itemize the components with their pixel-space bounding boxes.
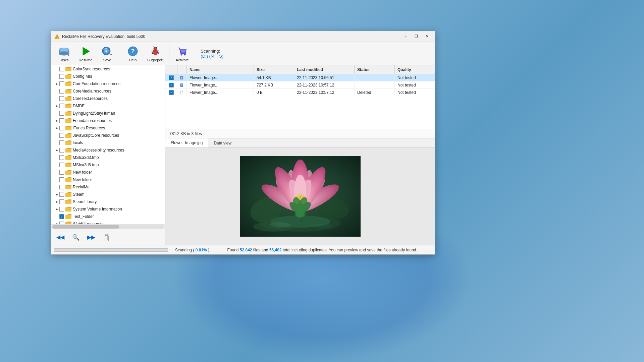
- col-header-modified[interactable]: Last modified: [294, 65, 355, 74]
- tree-checkbox[interactable]: [59, 133, 64, 138]
- tree-item[interactable]: ▶ SteamLibrary: [51, 198, 165, 205]
- tree-expand[interactable]: ▶: [54, 118, 59, 123]
- tree-expand[interactable]: ▶: [54, 81, 59, 86]
- tree-item-label: ColorSync.resources: [73, 67, 110, 71]
- svg-marker-12: [110, 54, 112, 55]
- tree-checkbox[interactable]: [59, 111, 64, 116]
- tab-image[interactable]: Flower_Image.jpg: [165, 138, 208, 147]
- summary-text: 781.2 KB in 3 files: [169, 131, 202, 136]
- tree-item[interactable]: CoreMedia.resources: [51, 87, 165, 95]
- tree-expand[interactable]: ▶: [54, 221, 59, 224]
- tree-expand[interactable]: ▶: [54, 199, 59, 204]
- col-header-quality[interactable]: Quality: [395, 65, 435, 74]
- tree-checkbox-checked[interactable]: ✓: [59, 214, 64, 219]
- tree-item[interactable]: JavaScriptCore.resources: [51, 132, 165, 139]
- tree-expand[interactable]: ▶: [54, 103, 59, 109]
- tree-checkbox[interactable]: [59, 89, 64, 94]
- file-table-row[interactable]: ✓ Flower_Image.... 54.1 KB: [165, 74, 435, 81]
- checkbox-checked[interactable]: ✓: [169, 83, 174, 87]
- tree-item-label: CoreMedia.resources: [73, 89, 111, 94]
- tree-item[interactable]: ▶ System Volume Information: [51, 205, 165, 213]
- tree-checkbox[interactable]: [59, 222, 64, 224]
- tree-item[interactable]: ▶ Steam: [51, 191, 165, 198]
- tree-item[interactable]: ▶ WebKit.resources: [51, 220, 165, 224]
- tree-expand[interactable]: ▶: [54, 125, 59, 131]
- nav-next-button[interactable]: ▶▶: [85, 231, 98, 243]
- tree-checkbox[interactable]: [59, 207, 64, 212]
- tab-data[interactable]: Data view: [208, 138, 237, 147]
- resume-button[interactable]: Resume: [75, 43, 96, 64]
- svg-rect-40: [181, 77, 183, 78]
- tree-item-test-folder[interactable]: ✓ Test_Folder: [51, 213, 165, 220]
- tree-item[interactable]: ▶ Foundation.resources: [51, 117, 165, 124]
- file-tree[interactable]: ColorSync.resources Config.Msi ▶: [51, 65, 165, 224]
- tree-item[interactable]: MSIca3d6.tmp: [51, 161, 165, 169]
- tree-checkbox[interactable]: [59, 163, 64, 167]
- search-button[interactable]: 🔍: [69, 231, 82, 243]
- file-table-header: Name Size Last modified Status Quality: [165, 65, 435, 74]
- tree-item[interactable]: New folder: [51, 169, 165, 176]
- tree-checkbox[interactable]: [59, 185, 64, 189]
- tree-item[interactable]: ▶ iTunes.Resources: [51, 124, 165, 132]
- folder-icon: [65, 96, 71, 101]
- tree-expand[interactable]: ▶: [54, 206, 59, 212]
- tree-checkbox[interactable]: [59, 67, 64, 71]
- checkbox-checked[interactable]: ✓: [169, 75, 174, 80]
- help-button[interactable]: ? Help: [123, 43, 143, 64]
- tree-checkbox[interactable]: [59, 104, 64, 108]
- tree-item[interactable]: CoreText.resources: [51, 95, 165, 102]
- tree-item[interactable]: ColorSync.resources: [51, 65, 165, 73]
- tree-item[interactable]: MSIca3d3.tmp: [51, 154, 165, 161]
- folder-icon: [65, 206, 71, 212]
- scrollbar-thumb[interactable]: [52, 225, 119, 229]
- row-file-size: 0 B: [254, 89, 294, 96]
- tree-checkbox[interactable]: [59, 74, 64, 79]
- close-button[interactable]: ✕: [422, 32, 432, 41]
- tree-checkbox[interactable]: [59, 155, 64, 160]
- tree-checkbox[interactable]: [59, 199, 64, 204]
- tree-item[interactable]: ReclaiMe: [51, 183, 165, 191]
- restore-button[interactable]: ❐: [411, 32, 422, 41]
- row-checkbox[interactable]: ✓: [165, 74, 177, 81]
- col-header-name[interactable]: Name: [187, 65, 254, 74]
- tree-checkbox[interactable]: [59, 118, 64, 123]
- tree-item[interactable]: Config.Msi: [51, 73, 165, 80]
- tree-horizontal-scrollbar[interactable]: [51, 224, 165, 229]
- folder-icon: [65, 140, 71, 145]
- save-button[interactable]: Save: [97, 43, 117, 64]
- tree-checkbox[interactable]: [59, 148, 64, 153]
- tree-item[interactable]: New folder: [51, 176, 165, 183]
- minimize-button[interactable]: −: [400, 32, 411, 41]
- tree-checkbox[interactable]: [59, 192, 64, 197]
- tree-item[interactable]: DyingLight2StayHuman: [51, 110, 165, 117]
- file-table-row[interactable]: ✓ Flower_Image.... 0 B 22-11-2023 10:57:…: [165, 89, 435, 96]
- bugreport-button[interactable]: Bugreport: [144, 43, 166, 64]
- tree-checkbox[interactable]: [59, 177, 64, 182]
- bugreport-icon: [149, 45, 161, 57]
- tree-item[interactable]: locals: [51, 139, 165, 146]
- tree-expand-empty: [54, 214, 59, 219]
- tree-item[interactable]: ▶ MediaAccessibility.resources: [51, 146, 165, 154]
- tree-checkbox[interactable]: [59, 140, 64, 145]
- folder-icon: [65, 111, 71, 116]
- tree-expand[interactable]: ▶: [54, 147, 59, 153]
- disks-button[interactable]: Disks: [54, 43, 74, 64]
- activate-button[interactable]: Activate: [172, 43, 192, 64]
- col-header-size[interactable]: Size: [254, 65, 294, 74]
- tree-expand-empty: [54, 184, 59, 190]
- tree-checkbox[interactable]: [59, 126, 64, 130]
- col-header-status[interactable]: Status: [355, 65, 395, 74]
- delete-button[interactable]: [100, 231, 113, 243]
- tree-expand[interactable]: ▶: [54, 192, 59, 197]
- tree-item[interactable]: ▶ CoreFoundation.resources: [51, 80, 165, 87]
- tree-checkbox[interactable]: [59, 170, 64, 175]
- row-checkbox[interactable]: ✓: [165, 81, 177, 88]
- file-table-row[interactable]: ✓ Flower_Image.... 727.2 KB: [165, 81, 435, 89]
- tree-checkbox[interactable]: [59, 81, 64, 86]
- row-file-quality: Not tested: [395, 89, 435, 96]
- row-checkbox[interactable]: ✓: [165, 89, 177, 96]
- checkbox-checked[interactable]: ✓: [169, 90, 174, 95]
- nav-first-button[interactable]: ◀◀: [54, 231, 67, 243]
- tree-item[interactable]: ▶ DMDE: [51, 102, 165, 110]
- tree-checkbox[interactable]: [59, 96, 64, 101]
